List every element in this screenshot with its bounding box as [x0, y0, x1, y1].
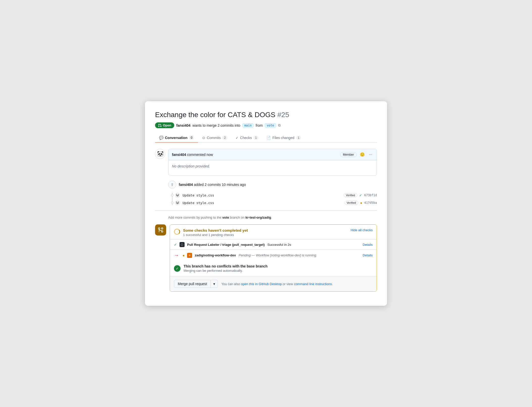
push-notice: Add more commits by pushing to the vote …	[168, 216, 377, 219]
checks-status-text: Some checks haven't completed yet 1 succ…	[183, 228, 248, 237]
svg-point-2	[161, 228, 163, 229]
svg-point-1	[161, 231, 163, 232]
svg-point-0	[158, 228, 160, 229]
more-options-button[interactable]: ···	[368, 152, 373, 157]
check-name-text: Pull Request Labeler / triage (pull_requ…	[187, 243, 265, 247]
command-line-link[interactable]: command line instructions	[294, 282, 332, 286]
check-details-button[interactable]: Details	[363, 243, 373, 247]
head-branch-tag[interactable]: vote	[265, 123, 276, 128]
open-icon	[158, 124, 162, 127]
base-branch-tag[interactable]: main	[242, 123, 254, 128]
conversation-tab-label: Conversation	[165, 136, 187, 140]
check-name-text: zadig/voting-workflow-dev	[195, 253, 236, 257]
commits-tab-count: 2	[222, 136, 227, 140]
comment-body-text: No description provided.	[172, 164, 210, 168]
comment-body: No description provided.	[168, 160, 377, 175]
conversation-tab-count: 0	[189, 136, 194, 140]
tabs-bar: 💬 Conversation 0 ⊙ Commits 2 ✓ Checks 1 …	[155, 133, 377, 143]
commit-sha[interactable]: 417d5ba	[364, 201, 377, 205]
checks-card-header: Some checks haven't completed yet 1 succ…	[170, 225, 377, 239]
check-row-name: zadig/voting-workflow-dev Pending — Work…	[195, 253, 360, 257]
check-status-text: Successful in 2s	[268, 243, 291, 247]
commit-sha[interactable]: 673bf1d	[364, 193, 377, 197]
verified-badge: Verified	[344, 193, 358, 197]
pr-number: #25	[277, 111, 289, 119]
files-tab-icon: 📄	[267, 136, 271, 140]
pr-title: Exchange the color for CATS & DOGS #25	[155, 110, 377, 119]
activity-text: fansi404 added 2 commits 10 minutes ago	[179, 183, 246, 187]
commit-dot	[171, 201, 173, 204]
member-badge: Member	[340, 152, 357, 157]
arrow-indicator: →	[174, 252, 179, 258]
tab-conversation[interactable]: 💬 Conversation 0	[155, 133, 198, 143]
commit-message: Update style.css	[183, 193, 341, 197]
divider	[155, 210, 377, 211]
pr-from-text: from	[256, 123, 263, 127]
commit-avatar: 🐼	[175, 193, 180, 198]
check-gh-logo: ⬡	[180, 242, 185, 247]
check-details-button-2[interactable]: Details	[363, 253, 373, 257]
push-notice-branch: vote	[222, 216, 229, 219]
merge-check-text: This branch has no conflicts with the ba…	[184, 264, 268, 273]
comment-header-left: fansi404 commented now	[172, 153, 213, 157]
merge-green-check: ✓	[174, 265, 181, 272]
push-notice-text: Add more commits by pushing to the	[168, 216, 221, 219]
check-row-name: Pull Request Labeler / triage (pull_requ…	[187, 243, 360, 247]
pr-title-text: Exchange the color for CATS & DOGS	[155, 111, 275, 119]
github-desktop-link[interactable]: open this in GitHub Desktop	[241, 282, 282, 286]
commit-avatar: 🐼	[175, 200, 180, 205]
commits-activity: ⇪ fansi404 added 2 commits 10 minutes ag…	[168, 181, 377, 205]
merge-no-conflict-subtitle: Merging can be performed automatically.	[184, 269, 268, 273]
comment-header-right: Member 🙂 ···	[340, 152, 373, 157]
verified-badge: Verified	[344, 201, 358, 205]
check-success-icon: ✓	[174, 243, 177, 247]
checks-icon-box	[155, 224, 166, 235]
commits-tab-icon: ⊙	[202, 136, 205, 140]
tab-commits[interactable]: ⊙ Commits 2	[198, 133, 231, 143]
pr-meta: Open fansi404 wants to merge 2 commits i…	[155, 122, 377, 128]
commit-list: 🐼 Update style.css Verified ✓ 673bf1d 🐼 …	[172, 193, 377, 205]
tab-files-changed[interactable]: 📄 Files changed 1	[262, 133, 305, 143]
comment-time: commented now	[187, 153, 213, 157]
conversation-tab-icon: 💬	[159, 136, 163, 140]
checks-tab-count: 1	[253, 136, 259, 140]
commit-item: 🐼 Update style.css Verified ✓ 673bf1d	[175, 193, 377, 198]
open-badge: Open	[155, 122, 174, 128]
git-merge-icon	[158, 227, 164, 233]
commit-item: 🐼 Update style.css Verified ● 417d5ba	[175, 200, 377, 205]
push-notice-repo[interactable]: kr-test-org/zadig	[245, 216, 271, 219]
merge-pull-request-button[interactable]: Merge pull request	[174, 280, 211, 288]
comment-header: fansi404 commented now Member 🙂 ···	[168, 149, 377, 160]
check-status-text: Pending — Workflow [voting-workflow-dev]…	[239, 253, 317, 257]
commit-right: Verified ✓ 673bf1d	[344, 193, 377, 197]
check-zadig-logo: ⚙	[187, 253, 192, 258]
merge-check-row: ✓ This branch has no conflicts with the …	[170, 261, 377, 276]
commit-dot	[171, 194, 173, 196]
checks-tab-label: Checks	[240, 136, 252, 140]
comment-author[interactable]: fansi404	[172, 153, 186, 157]
files-tab-count: 1	[296, 136, 301, 140]
hide-all-checks-button[interactable]: Hide all checks	[351, 228, 373, 232]
pr-merge-text: wants to merge 2 commits into	[192, 123, 240, 127]
merge-action-row: Merge pull request ▾ You can also open t…	[170, 276, 377, 291]
activity-actor[interactable]: fansi404	[179, 183, 193, 187]
checks-card: Some checks haven't completed yet 1 succ…	[170, 224, 377, 292]
tab-checks[interactable]: ✓ Checks 1	[231, 133, 262, 143]
push-notice-suffix: branch on	[230, 216, 245, 219]
activity-desc: added 2 commits 10 minutes ago	[194, 183, 246, 187]
commit-message: Update style.css	[183, 201, 342, 205]
copy-icon[interactable]: ⧉	[278, 123, 281, 127]
merge-button-group: Merge pull request ▾	[174, 280, 218, 288]
merge-dropdown-button[interactable]: ▾	[211, 280, 218, 288]
files-tab-label: Files changed	[272, 136, 294, 140]
checks-pending-circle	[174, 229, 180, 235]
activity-header: ⇪ fansi404 added 2 commits 10 minutes ag…	[168, 181, 377, 189]
emoji-reaction-button[interactable]: 🙂	[359, 152, 366, 157]
commenter-avatar: 🐼	[155, 149, 165, 159]
main-window: Exchange the color for CATS & DOGS #25 O…	[145, 101, 387, 306]
commit-right: Verified ● 417d5ba	[344, 201, 377, 205]
comment-section: 🐼 fansi404 commented now Member 🙂 ··· No…	[155, 149, 377, 176]
check-row-labeler: ✓ ⬡ Pull Request Labeler / triage (pull_…	[170, 239, 377, 250]
merge-desc: You can also open this in GitHub Desktop…	[221, 282, 333, 286]
checks-subtitle: 1 successful and 1 pending checks	[183, 233, 248, 237]
